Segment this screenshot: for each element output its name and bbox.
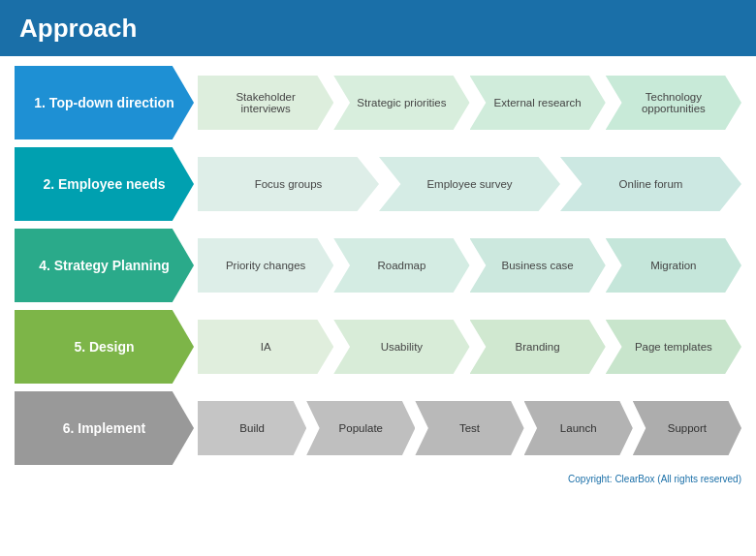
- steps-container-2: Focus groupsEmployee surveyOnline forum: [198, 147, 741, 221]
- phase-text-3: 4. Strategy Planning: [39, 258, 170, 273]
- phase-label-5: 6. Implement: [15, 391, 194, 465]
- step-2-3: Online forum: [560, 157, 741, 211]
- step-5-1: Build: [198, 401, 306, 455]
- step-2-1: Focus groups: [198, 157, 379, 211]
- step-4-4: Page templates: [606, 320, 741, 374]
- steps-container-5: BuildPopulateTestLaunchSupport: [198, 391, 741, 465]
- process-row-5: 6. ImplementBuildPopulateTestLaunchSuppo…: [15, 391, 741, 465]
- step-4-2: Usability: [333, 320, 469, 374]
- phase-text-4: 5. Design: [74, 339, 134, 355]
- phase-text-5: 6. Implement: [63, 420, 146, 436]
- process-row-2: 2. Employee needsFocus groupsEmployee su…: [15, 147, 741, 221]
- steps-container-3: Priority changesRoadmapBusiness caseMigr…: [198, 229, 741, 302]
- phase-label-3: 4. Strategy Planning: [15, 229, 194, 302]
- process-row-4: 5. DesignIAUsabilityBrandingPage templat…: [15, 310, 741, 384]
- step-5-3: Test: [415, 401, 523, 455]
- step-3-2: Roadmap: [333, 238, 469, 293]
- phase-text-1: 1. Top-down direction: [34, 95, 173, 110]
- steps-container-1: Stakeholder interviewsStrategic prioriti…: [198, 66, 741, 139]
- step-3-4: Migration: [606, 238, 741, 293]
- step-3-3: Business case: [470, 238, 606, 293]
- step-3-1: Priority changes: [198, 238, 333, 293]
- step-1-1: Stakeholder interviews: [198, 76, 333, 130]
- steps-container-4: IAUsabilityBrandingPage templates: [198, 310, 741, 384]
- content-area: 1. Top-down directionStakeholder intervi…: [0, 56, 756, 470]
- phase-label-4: 5. Design: [15, 310, 194, 384]
- step-5-4: Launch: [524, 401, 633, 455]
- step-4-1: IA: [198, 320, 333, 374]
- step-1-3: External research: [470, 76, 606, 130]
- step-1-4: Technology opportunities: [606, 76, 741, 130]
- step-4-3: Branding: [470, 320, 606, 374]
- page-wrapper: Approach 1. Top-down directionStakeholde…: [0, 0, 756, 484]
- process-row-3: 4. Strategy PlanningPriority changesRoad…: [15, 229, 741, 302]
- step-1-2: Strategic priorities: [333, 76, 469, 130]
- step-5-5: Support: [633, 401, 741, 455]
- step-5-2: Populate: [306, 401, 415, 455]
- phase-text-2: 2. Employee needs: [43, 176, 165, 192]
- copyright-text: Copyright: ClearBox (All rights reserved…: [0, 470, 756, 484]
- phase-label-2: 2. Employee needs: [15, 147, 194, 221]
- step-2-2: Employee survey: [379, 157, 560, 211]
- phase-label-1: 1. Top-down direction: [15, 66, 194, 139]
- page-header: Approach: [0, 0, 756, 56]
- process-row-1: 1. Top-down directionStakeholder intervi…: [15, 66, 741, 139]
- page-title: Approach: [19, 14, 137, 44]
